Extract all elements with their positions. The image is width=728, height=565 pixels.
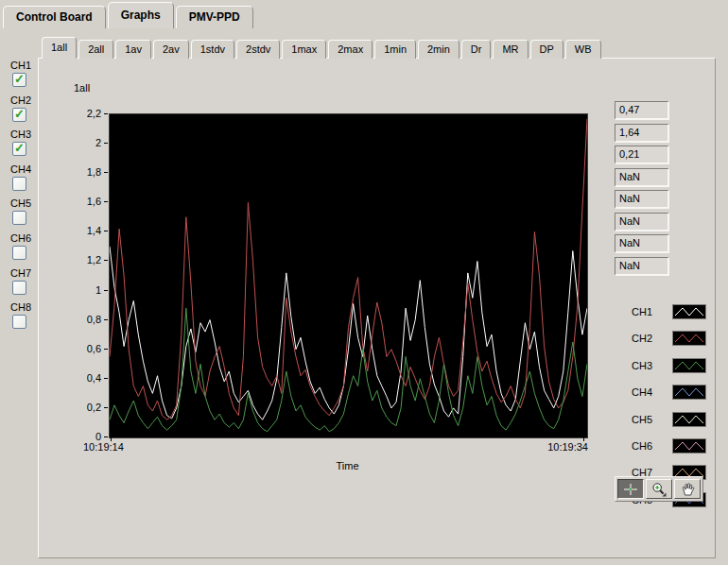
- readout-1: 0,47: [615, 101, 669, 120]
- legend-row-ch1: CH1: [632, 304, 706, 319]
- y-tick-mark: [104, 143, 108, 144]
- legend-label: CH6: [632, 440, 662, 452]
- subtab-2max[interactable]: 2max: [328, 40, 373, 59]
- legend-line-sample[interactable]: [672, 304, 706, 319]
- y-tick-label: 0,6: [64, 343, 101, 354]
- legend-line-sample[interactable]: [672, 331, 706, 346]
- readout-2: 1,64: [615, 124, 669, 143]
- y-tick-label: 1,6: [64, 196, 101, 207]
- y-tick-mark: [104, 113, 108, 114]
- y-tick-label: 2: [64, 137, 101, 148]
- y-tick-label: 1,2: [64, 254, 101, 265]
- channel-checkbox-ch2[interactable]: [12, 108, 26, 122]
- subtab-2min[interactable]: 2min: [418, 40, 459, 59]
- legend-label: CH4: [632, 386, 662, 398]
- channel-checkbox-ch4[interactable]: [12, 177, 26, 191]
- subtab-dr[interactable]: Dr: [461, 40, 492, 59]
- subtab-2stdv[interactable]: 2stdv: [236, 40, 280, 59]
- y-tick-label: 2,2: [64, 108, 101, 119]
- subtab-mr[interactable]: MR: [493, 40, 528, 59]
- subtab-1all[interactable]: 1all: [42, 37, 77, 59]
- main-tabbar: Control BoardGraphsPMV-PPD: [3, 2, 255, 28]
- y-tick-mark: [104, 378, 108, 379]
- y-tick-label: 0,8: [64, 314, 101, 325]
- y-tick-mark: [104, 407, 108, 408]
- y-tick-label: 0,4: [64, 372, 101, 384]
- graph-tool-palette: [615, 476, 703, 502]
- channel-checkbox-ch3[interactable]: [12, 142, 26, 156]
- y-tick-mark: [104, 349, 108, 350]
- app-window: { "tabs": [ {"label": "Control Board", "…: [0, 0, 728, 565]
- tab-control-board[interactable]: Control Board: [3, 6, 106, 28]
- y-tick-mark: [104, 437, 108, 437]
- plot-area[interactable]: [109, 113, 588, 438]
- readout-3: 0,21: [615, 146, 669, 164]
- subtab-1min[interactable]: 1min: [374, 40, 416, 59]
- legend-line-sample[interactable]: [672, 412, 706, 427]
- legend-line-sample[interactable]: [672, 438, 706, 454]
- subtab-wb[interactable]: WB: [565, 40, 601, 59]
- legend-label: CH5: [632, 414, 662, 425]
- readout-4: NaN: [615, 168, 669, 187]
- tab-graphs[interactable]: Graphs: [108, 2, 174, 28]
- channel-checkbox-ch7[interactable]: [12, 281, 26, 295]
- x-axis-title: Time: [109, 460, 586, 471]
- pan-tool-button[interactable]: [674, 479, 701, 499]
- channel-checkbox-ch6[interactable]: [12, 246, 26, 260]
- legend-line-sample[interactable]: [672, 358, 706, 373]
- readout-5: NaN: [615, 190, 669, 209]
- legend-row-ch3: CH3: [632, 358, 706, 373]
- legend-label: CH2: [632, 333, 662, 344]
- subtab-1av[interactable]: 1av: [115, 40, 151, 59]
- subtab-dp[interactable]: DP: [530, 40, 563, 59]
- y-tick-mark: [104, 201, 108, 202]
- x-axis-start-label: 10:19:14: [83, 441, 124, 453]
- channel-checkbox-ch1[interactable]: [12, 73, 26, 87]
- readout-8: NaN: [615, 257, 669, 276]
- y-tick-label: 1,8: [64, 166, 101, 178]
- y-tick-label: 1,4: [64, 225, 101, 236]
- y-tick-mark: [104, 290, 108, 291]
- graph-title: 1all: [74, 82, 90, 94]
- y-tick-mark: [104, 319, 108, 320]
- subtab-2av[interactable]: 2av: [153, 40, 189, 59]
- channel-checkbox-ch8[interactable]: [12, 315, 26, 329]
- subtab-1stdv[interactable]: 1stdv: [191, 40, 234, 59]
- x-axis-end-label: 10:19:34: [535, 441, 588, 453]
- y-tick-label: 0,2: [64, 402, 101, 413]
- crosshair-icon: [623, 483, 638, 496]
- y-tick-label: 1: [64, 284, 101, 296]
- cursor-tool-button[interactable]: [617, 479, 644, 499]
- subtab-2all[interactable]: 2all: [78, 40, 113, 59]
- sub-tabbar: 1all2all1av2av1stdv2stdv1max2max1min2min…: [42, 37, 603, 59]
- legend-row-ch5: CH5: [632, 412, 706, 427]
- y-tick-mark: [104, 231, 108, 231]
- series-ch2: [110, 119, 587, 420]
- legend-row-ch6: CH6: [632, 438, 706, 454]
- readout-7: NaN: [615, 234, 669, 253]
- plot-svg: [110, 114, 587, 437]
- y-tick-mark: [104, 172, 108, 173]
- tab-pmv-ppd[interactable]: PMV-PPD: [176, 6, 253, 28]
- legend-label: CH3: [632, 360, 662, 371]
- legend-row-ch4: CH4: [632, 385, 706, 400]
- zoom-tool-button[interactable]: [646, 479, 672, 499]
- readout-6: NaN: [615, 213, 669, 231]
- magnifier-icon: [651, 482, 667, 497]
- legend-row-ch2: CH2: [632, 331, 706, 346]
- legend-line-sample[interactable]: [672, 385, 706, 400]
- y-tick-mark: [104, 260, 108, 261]
- hand-icon: [681, 482, 695, 496]
- channel-checkbox-ch5[interactable]: [12, 211, 26, 225]
- subtab-1max[interactable]: 1max: [282, 40, 326, 59]
- legend-label: CH1: [632, 306, 662, 317]
